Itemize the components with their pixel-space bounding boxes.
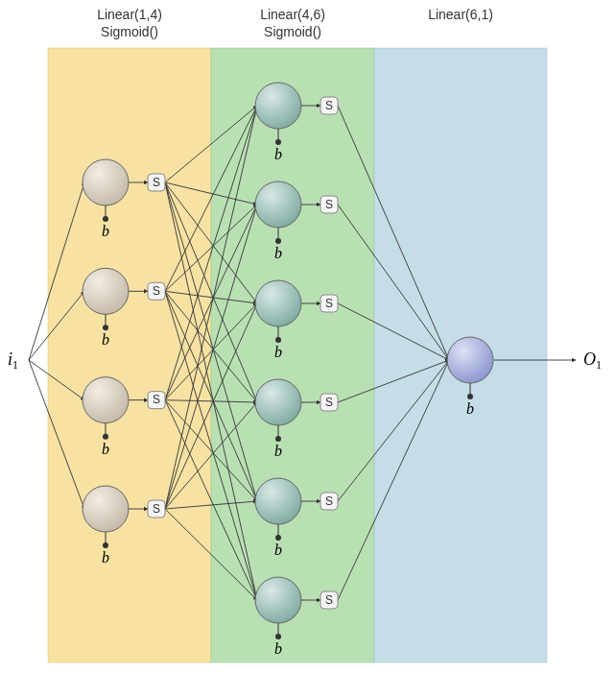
- svg-point-11: [83, 486, 129, 532]
- layer1-activation-3: S: [148, 500, 165, 518]
- activation-label: S: [325, 494, 333, 508]
- svg-point-14: [255, 83, 301, 129]
- layer2-title-line1: Linear(4,6): [260, 7, 325, 22]
- bias-label: b: [102, 549, 109, 566]
- bias-dot: [275, 139, 281, 145]
- activation-label: S: [325, 396, 333, 409]
- bias-dot: [103, 542, 108, 548]
- svg-text:O1: O1: [583, 350, 602, 372]
- bias-label: b: [274, 640, 282, 657]
- svg-point-17: [255, 181, 301, 228]
- layer2-activation-5: S: [320, 591, 338, 609]
- activation-label: S: [153, 176, 160, 189]
- bias-dot: [103, 216, 108, 222]
- svg-point-5: [83, 268, 129, 314]
- bias-label: b: [274, 245, 282, 261]
- svg-point-29: [255, 577, 301, 623]
- layer2-activation-1: S: [320, 196, 338, 213]
- layer1-title-line2: Sigmoid(): [101, 24, 158, 39]
- layer2-activation-0: S: [320, 97, 338, 114]
- input-label: i1: [8, 350, 18, 372]
- layer2-activation-2: S: [320, 295, 338, 312]
- bias-dot: [467, 394, 473, 399]
- bias-dot: [275, 634, 281, 639]
- layer1-activation-1: S: [148, 282, 165, 300]
- layer1-title-line1: Linear(1,4): [97, 7, 162, 22]
- bias-dot: [103, 325, 108, 330]
- bias-label: b: [102, 223, 109, 239]
- bias-dot: [275, 436, 281, 442]
- bias-label: b: [102, 441, 109, 457]
- bias-dot: [275, 337, 281, 343]
- nn-diagram: Linear(1,4) Sigmoid() Linear(4,6) Sigmoi…: [0, 0, 616, 675]
- svg-point-26: [255, 478, 301, 524]
- layer2-activation-3: S: [320, 394, 338, 411]
- bias-dot: [275, 535, 281, 541]
- layer2-bg: [211, 48, 374, 663]
- svg-point-23: [255, 379, 301, 425]
- bias-label: b: [274, 146, 282, 162]
- activation-label: S: [153, 393, 160, 406]
- svg-point-20: [255, 280, 301, 326]
- bias-label: b: [274, 542, 282, 558]
- bias-dot: [103, 434, 108, 440]
- layer3-title-line1: Linear(6,1): [428, 7, 493, 22]
- bias-label: b: [102, 331, 109, 348]
- bias-dot: [275, 238, 281, 244]
- activation-label: S: [325, 99, 333, 112]
- output-label: O1: [583, 350, 602, 372]
- activation-label: S: [325, 198, 333, 211]
- svg-point-8: [83, 377, 129, 423]
- activation-label: S: [325, 297, 333, 310]
- bias-label: b: [466, 400, 474, 417]
- layer2-title-line2: Sigmoid(): [264, 24, 321, 39]
- layer1-activation-0: S: [148, 174, 165, 191]
- bias-label: b: [274, 443, 282, 459]
- activation-label: S: [153, 284, 160, 298]
- layer1-activation-2: S: [148, 392, 165, 409]
- bias-label: b: [274, 344, 282, 360]
- activation-label: S: [153, 502, 160, 516]
- svg-point-32: [447, 337, 493, 383]
- layer2-activation-4: S: [320, 493, 338, 510]
- svg-point-2: [83, 159, 129, 205]
- layer1-bg: [48, 48, 211, 663]
- svg-text:i1: i1: [8, 350, 18, 372]
- activation-label: S: [325, 593, 333, 607]
